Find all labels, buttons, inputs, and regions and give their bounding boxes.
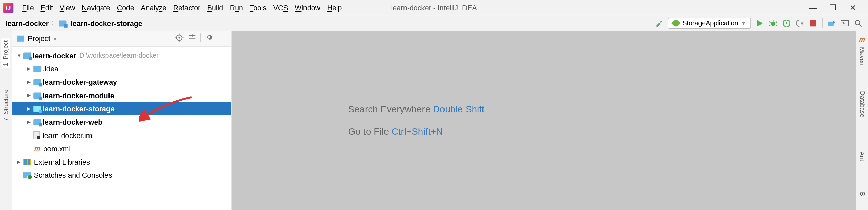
menu-refactor[interactable]: Refactor (170, 4, 204, 12)
locate-icon[interactable] (175, 33, 184, 44)
coverage-button[interactable] (782, 19, 791, 28)
run-config-selector[interactable]: StorageApplication ▼ (668, 18, 751, 29)
menu-window[interactable]: Window (291, 4, 323, 12)
scratches-icon (23, 172, 31, 178)
tree-root-label: learn-docker (33, 51, 76, 60)
tab-project[interactable]: 1: Project (1, 38, 10, 68)
left-tool-tabs: 1: Project 7: Structure (0, 31, 12, 210)
menu-run[interactable]: Run (226, 4, 246, 12)
tree-item-label: learn-docker.iml (43, 131, 94, 140)
editor-empty-area: Search Everywhere Double Shift Go to Fil… (232, 31, 856, 210)
debug-button[interactable] (769, 19, 777, 28)
svg-point-6 (796, 20, 799, 27)
tree-item-pom[interactable]: ▶m pom.xml (12, 142, 231, 155)
tree-root[interactable]: ▼ learn-docker D:\workspace\learn-docker (12, 49, 231, 62)
run-anything-icon[interactable] (840, 19, 849, 28)
tree-item-gateway[interactable]: ▶ learn-docker-gateway (12, 76, 231, 89)
chevron-down-icon[interactable]: ▼ (53, 36, 58, 41)
tree-scratches[interactable]: ▶ Scratches and Consoles (12, 169, 231, 182)
stop-button[interactable] (809, 19, 817, 28)
tab-database[interactable]: Database (859, 91, 866, 117)
menu-code[interactable]: Code (114, 4, 138, 12)
menu-bar: IJ File Edit View Navigate Code Analyze … (0, 0, 868, 16)
spring-boot-icon (672, 19, 681, 28)
menu-tools[interactable]: Tools (246, 4, 270, 12)
tree-item-idea[interactable]: ▶ .idea (12, 62, 231, 75)
tab-maven[interactable]: mMaven (859, 36, 866, 65)
hint-goto-file: Go to File Ctrl+Shift+N (348, 126, 443, 137)
project-panel-title[interactable]: Project (28, 34, 50, 43)
maven-file-icon: m (33, 145, 41, 152)
svg-rect-9 (810, 20, 816, 27)
hint-shortcut: Double Shift (433, 104, 485, 114)
module-folder-icon (33, 119, 41, 125)
project-icon (17, 36, 24, 42)
svg-point-0 (771, 22, 775, 26)
project-tool-window: Project ▼ — ▼ learn-docker D:\workspace\… (12, 31, 232, 210)
breadcrumb-root[interactable]: learn-docker (5, 19, 49, 27)
profiler-button[interactable]: ▼ (795, 19, 804, 28)
svg-line-3 (776, 22, 777, 23)
expand-all-icon[interactable] (188, 33, 196, 44)
menu-help[interactable]: Help (324, 4, 345, 12)
update-project-icon[interactable] (827, 19, 836, 28)
maximize-button[interactable]: ❐ (828, 3, 838, 13)
menu-navigate[interactable]: Navigate (78, 4, 114, 12)
svg-rect-10 (828, 22, 833, 26)
folder-icon (33, 66, 41, 72)
tree-item-label: .idea (43, 65, 58, 73)
iml-file-icon (33, 131, 40, 139)
tree-item-label: Scratches and Consoles (34, 171, 112, 180)
hide-panel-icon[interactable]: — (218, 33, 226, 44)
tree-item-label: External Libraries (34, 158, 90, 166)
breadcrumb[interactable]: learn-docker 〉 learn-docker-storage (5, 19, 142, 27)
hint-search-everywhere: Search Everywhere Double Shift (348, 104, 484, 115)
search-everywhere-icon[interactable] (854, 19, 863, 28)
breadcrumb-current[interactable]: learn-docker-storage (71, 19, 142, 27)
project-panel-header: Project ▼ — (12, 31, 231, 47)
separator (822, 18, 823, 28)
toolbar: StorageApplication ▼ ▼ (655, 18, 863, 29)
tree-item-iml[interactable]: ▶ learn-docker.iml (12, 129, 231, 142)
tab-structure[interactable]: 7: Structure (2, 89, 9, 121)
svg-point-15 (178, 37, 180, 39)
tab-ant[interactable]: Ant (859, 152, 866, 161)
menu-edit[interactable]: Edit (37, 4, 56, 12)
window-title: learn-docker - IntelliJ IDEA (391, 4, 477, 12)
menu-vcs[interactable]: VCS (270, 4, 291, 12)
chevron-right-icon: 〉 (51, 19, 57, 27)
project-tree[interactable]: ▼ learn-docker D:\workspace\learn-docker… (12, 47, 231, 184)
svg-point-12 (855, 21, 860, 25)
menu-view[interactable]: View (56, 4, 78, 12)
libraries-icon (23, 159, 31, 165)
tree-item-label: learn-docker-storage (43, 105, 115, 113)
tree-external-libraries[interactable]: ▶ External Libraries (12, 155, 231, 168)
close-button[interactable]: ✕ (848, 3, 858, 13)
tree-root-path: D:\workspace\learn-docker (79, 51, 159, 59)
module-folder-icon (33, 79, 41, 85)
minimize-button[interactable]: — (808, 3, 818, 13)
run-button[interactable] (755, 19, 764, 28)
tree-item-storage[interactable]: ▶ learn-docker-storage (12, 102, 231, 115)
hint-label: Go to File (348, 126, 391, 136)
menu-file[interactable]: File (19, 4, 37, 12)
build-icon[interactable] (655, 19, 664, 28)
gear-icon[interactable] (205, 33, 214, 44)
tab-b[interactable]: B (859, 192, 866, 196)
hint-shortcut: Ctrl+Shift+N (392, 126, 443, 136)
chevron-down-icon: ▼ (741, 21, 746, 26)
tree-item-label: learn-docker-gateway (43, 78, 117, 86)
intellij-icon: IJ (3, 3, 13, 13)
tree-item-web[interactable]: ▶ learn-docker-web (12, 115, 231, 128)
module-folder-icon (33, 106, 41, 112)
menu-build[interactable]: Build (204, 4, 226, 12)
svg-line-2 (769, 22, 770, 23)
tree-item-module[interactable]: ▶ learn-docker-module (12, 89, 231, 102)
module-folder-icon (33, 92, 41, 99)
svg-line-13 (859, 24, 862, 27)
right-tool-tabs: mMaven Database Ant B (856, 31, 868, 210)
run-config-label: StorageApplication (682, 19, 738, 27)
menu-analyze[interactable]: Analyze (138, 4, 170, 12)
tree-item-label: pom.xml (43, 144, 71, 153)
tree-item-label: learn-docker-web (43, 118, 102, 126)
